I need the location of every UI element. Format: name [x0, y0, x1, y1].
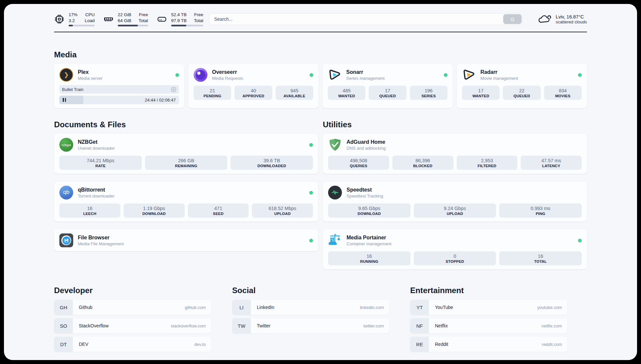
service-card-filebrowser[interactable]: File Browser Media File Management: [54, 229, 318, 251]
service-card-radarr[interactable]: Radarr Movie management 17 WANTED 22 QUE…: [457, 64, 587, 108]
service-card-overseerr[interactable]: Overseerr Media Requests 21 PENDING 40 A…: [188, 64, 319, 108]
service-card-adguard[interactable]: AdGuard Home DNS and adblocking 498,508 …: [323, 134, 587, 174]
status-dot: [444, 73, 447, 77]
dashboard-page: 17% 3.2 CPU Load: [4, 4, 637, 360]
status-dot: [310, 73, 313, 77]
service-name: File Browser: [78, 235, 124, 241]
service-description: Media Requests: [212, 76, 243, 81]
bookmark-name: Github: [73, 305, 92, 310]
cpu-load-value: 3.2: [69, 18, 77, 24]
stat-queued: 17 QUEUED: [369, 86, 406, 100]
service-name: NZBGet: [78, 139, 115, 145]
stat-remaining: 266 GB REMAINING: [145, 156, 228, 170]
stat-movies: 834 MOVIES: [544, 86, 582, 100]
playback-progress-row: 24:44 / 02:06:47: [59, 96, 179, 104]
bookmark-group-title-social: Social: [232, 286, 389, 295]
bookmark-dev[interactable]: DT DEV dev.to: [54, 337, 211, 352]
service-description: Container management: [347, 241, 391, 246]
stat-series: 196 SERIES: [410, 86, 447, 100]
bookmark-linkedin[interactable]: LI LinkedIn linkedin.com: [232, 300, 389, 315]
bookmark-name: Twitter: [251, 323, 270, 328]
now-playing-row: Bullet Train: [59, 85, 179, 94]
stat-wanted: 485 WANTED: [328, 86, 365, 100]
memory-progress-bar: [118, 25, 148, 26]
adguard-icon: [328, 138, 342, 152]
bookmark-domain: stackoverflow.com: [171, 323, 211, 328]
bookmark-abbr: TW: [232, 318, 251, 333]
bookmark-abbr: GH: [54, 300, 73, 315]
weather-cloud-icon: [537, 13, 552, 25]
memory-total-value: 64 GiB: [118, 18, 131, 24]
plex-icon: ❯: [59, 68, 73, 82]
status-dot: [309, 239, 313, 242]
service-description: Speedtest Tracking: [347, 194, 383, 198]
bookmark-abbr: NF: [410, 318, 429, 333]
stat-rate: 744.21 Mbps RATE: [59, 156, 142, 170]
resource-widgets: 17% 3.2 CPU Load: [54, 12, 203, 26]
service-description: Movie management: [480, 76, 518, 81]
bookmark-name: DEV: [73, 342, 88, 347]
weather-location: Lviv, 16.87°C: [556, 14, 587, 19]
section-title-utilities: Utilities: [323, 120, 587, 129]
pause-icon[interactable]: [63, 98, 66, 102]
service-name: Radarr: [480, 69, 518, 75]
disk-free-value: 52.4 TB: [171, 12, 187, 18]
disk-widget: 52.4 TB 97.9 TB Free Total: [157, 12, 203, 26]
bookmark-abbr: LI: [232, 300, 251, 315]
service-card-nzbget[interactable]: nzbget NZBGet Usenet downloader 744.21 M…: [54, 134, 318, 174]
disk-total-label: Total: [194, 18, 203, 24]
stat-download: 1.19 Gbps DOWNLOAD: [124, 203, 185, 218]
stat-total: 16 TOTAL: [499, 251, 582, 265]
stat-filtered: 2,953 FILTERED: [457, 156, 518, 170]
bookmark-domain: linkedin.com: [360, 305, 389, 310]
service-name: Media Portainer: [347, 235, 391, 241]
stat-downloaded: 39.6 TB DOWNLOADED: [230, 156, 313, 170]
bookmark-github[interactable]: GH Github github.com: [54, 300, 211, 315]
service-name: qBittorrent: [78, 187, 114, 193]
cpu-label: CPU: [85, 12, 95, 18]
service-description: Media File Management: [78, 241, 124, 246]
speedtest-icon: [328, 186, 342, 199]
stat-latency: 47.57 ms LATENCY: [521, 156, 582, 170]
qbittorrent-icon: qb: [59, 186, 73, 199]
service-card-speedtest[interactable]: Speedtest Speedtest Tracking 9.65 Gbps D…: [323, 182, 587, 222]
stat-approved: 40 APPROVED: [234, 86, 272, 100]
service-card-qbittorrent[interactable]: qb qBittorrent Torrent downloader 16 LEE…: [54, 182, 318, 222]
memory-free-value: 22 GiB: [118, 12, 131, 18]
bookmark-domain: youtube.com: [537, 305, 567, 310]
service-card-sonarr[interactable]: Sonarr Series management 485 WANTED 17 Q…: [322, 64, 453, 108]
bookmark-reddit[interactable]: RE Reddit reddit.com: [410, 337, 567, 352]
service-description: Torrent downloader: [78, 194, 114, 198]
stat-upload: 618.52 Mbps UPLOAD: [252, 203, 313, 218]
stat-running: 16 RUNNING: [328, 251, 411, 265]
bookmark-netflix[interactable]: NF Netflix netflix.com: [410, 318, 567, 333]
search-bar: G: [209, 13, 523, 25]
bookmark-abbr: SO: [54, 318, 73, 333]
stat-ping: 0.993 ms PING: [499, 203, 582, 218]
service-description: Usenet downloader: [78, 146, 115, 151]
stat-leech: 16 LEECH: [59, 203, 120, 218]
service-card-portainer[interactable]: Media Portainer Container management 16 …: [323, 229, 587, 269]
bookmark-domain: reddit.com: [542, 342, 567, 347]
bookmark-stackoverflow[interactable]: SO StackOverflow stackoverflow.com: [54, 318, 211, 333]
service-description: Series management: [346, 76, 384, 81]
portainer-icon: [328, 233, 342, 247]
service-name: Plex: [78, 69, 103, 75]
search-input[interactable]: [209, 13, 523, 25]
now-playing-view-icon[interactable]: [171, 87, 176, 92]
disk-total-value: 97.9 TB: [171, 18, 187, 24]
service-card-plex[interactable]: ❯ Plex Media server Bullet Train: [54, 64, 184, 108]
cpu-icon: [54, 14, 65, 24]
bookmark-twitter[interactable]: TW Twitter twitter.com: [232, 318, 389, 333]
stat-seed: 471 SEED: [188, 203, 249, 218]
bookmark-name: YouTube: [429, 305, 453, 310]
service-description: Media server: [78, 76, 103, 81]
bookmark-youtube[interactable]: YT YouTube youtube.com: [410, 300, 567, 315]
memory-widget: 22 GiB 64 GiB Free Total: [103, 12, 148, 26]
cpu-widget: 17% 3.2 CPU Load: [54, 12, 95, 26]
service-name: Sonarr: [346, 69, 384, 75]
stat-download: 9.65 Gbps DOWNLOAD: [328, 203, 411, 218]
service-description: DNS and adblocking: [347, 146, 386, 151]
search-go-button[interactable]: G: [503, 14, 522, 24]
bookmark-name: Netflix: [429, 323, 448, 328]
